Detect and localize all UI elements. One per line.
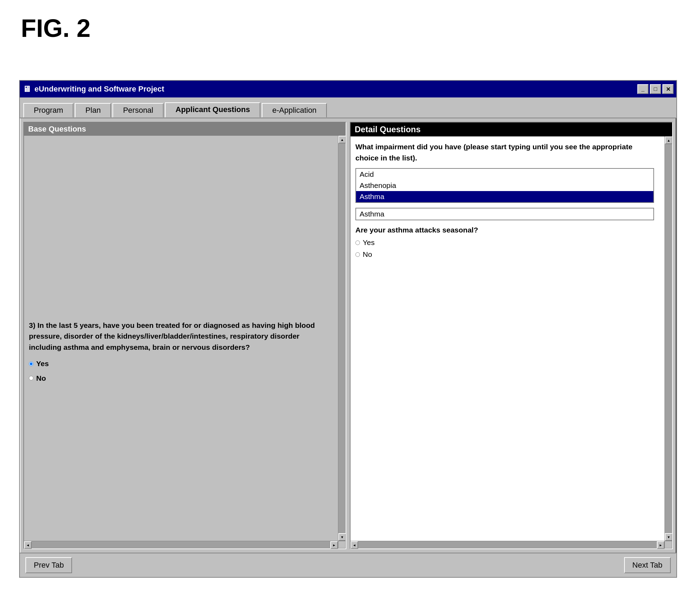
window-controls: _ □ ✕ (637, 84, 674, 94)
question-body: In the last 5 years, have you been treat… (29, 321, 315, 351)
question-text: 3) In the last 5 years, have you been tr… (29, 320, 328, 353)
right-panel-bottom: ◄ ► (351, 541, 672, 548)
followup-radio-no[interactable]: No (355, 250, 654, 259)
followup-no-input[interactable] (355, 252, 360, 257)
tab-eapplication[interactable]: e-Application (262, 103, 327, 118)
tab-plan[interactable]: Plan (75, 103, 111, 118)
right-scroll-track (665, 144, 672, 533)
detail-questions-header: Detail Questions (351, 123, 672, 136)
left-panel-scrollbar-v[interactable]: ▲ ▼ (338, 136, 346, 541)
followup-yes-label: Yes (363, 238, 375, 247)
minimize-button[interactable]: _ (637, 84, 648, 94)
right-corner-box (664, 541, 672, 548)
right-hscroll-track (358, 541, 657, 548)
figure-label: FIG. 2 (21, 14, 91, 42)
dropdown-item-asthenopia[interactable]: Asthenopia (356, 180, 653, 191)
radio-group-yesno: Yes No (29, 358, 328, 384)
right-scroll-right-button[interactable]: ► (657, 541, 664, 549)
tab-program[interactable]: Program (23, 103, 73, 118)
prev-tab-button[interactable]: Prev Tab (25, 557, 72, 573)
close-button[interactable]: ✕ (662, 84, 674, 94)
radio-no[interactable]: No (29, 373, 328, 384)
right-scroll-up-button[interactable]: ▲ (665, 136, 672, 144)
detail-prompt: What impairment did you have (please sta… (355, 141, 654, 163)
left-panel-content: 3) In the last 5 years, have you been tr… (24, 136, 338, 541)
left-panel-scrollbar-h[interactable]: ◄ ► (24, 541, 338, 548)
impairment-dropdown[interactable]: Acid Asthenopia Asthma (355, 168, 654, 203)
title-bar: 🖥 eUnderwriting and Software Project _ □… (20, 81, 676, 97)
maximize-button[interactable]: □ (650, 84, 661, 94)
right-panel-scrollbar-v[interactable]: ▲ ▼ (664, 136, 672, 541)
bottom-bar: Prev Tab Next Tab (20, 553, 676, 577)
left-scroll-down-button[interactable]: ▼ (338, 533, 346, 541)
content-area: Base Questions 3) In the last 5 years, h… (20, 118, 676, 553)
left-panel: Base Questions 3) In the last 5 years, h… (23, 122, 346, 549)
base-questions-header: Base Questions (24, 123, 346, 136)
left-scroll-track (338, 143, 346, 533)
left-hscroll-track (32, 541, 330, 548)
left-panel-bottom: ◄ ► (24, 541, 346, 548)
left-corner-box (338, 541, 346, 548)
detail-questions-title: Detail Questions (355, 125, 420, 134)
radio-no-input[interactable] (29, 376, 33, 380)
tab-personal[interactable]: Personal (112, 103, 164, 118)
tab-bar: Program Plan Personal Applicant Question… (20, 97, 676, 118)
question-number: 3) (29, 321, 36, 329)
question-area: 3) In the last 5 years, have you been tr… (29, 320, 328, 384)
right-panel: Detail Questions What impairment did you… (350, 122, 673, 549)
app-icon: 🖥 (23, 84, 31, 94)
radio-yes-label: Yes (36, 358, 49, 369)
window-title: eUnderwriting and Software Project (34, 85, 164, 94)
right-scroll-down-button[interactable]: ▼ (665, 533, 672, 541)
followup-yes-input[interactable] (355, 240, 360, 245)
radio-no-label: No (36, 373, 46, 384)
selected-impairment-value[interactable]: Asthma (355, 208, 654, 220)
right-scroll-left-button[interactable]: ◄ (351, 541, 358, 549)
main-window: 🖥 eUnderwriting and Software Project _ □… (19, 80, 677, 578)
title-bar-left: 🖥 eUnderwriting and Software Project (23, 84, 164, 94)
followup-radio-yes[interactable]: Yes (355, 238, 654, 247)
right-panel-inner: What impairment did you have (please sta… (351, 136, 672, 541)
base-questions-title: Base Questions (28, 125, 86, 134)
tab-applicant-questions[interactable]: Applicant Questions (165, 102, 260, 118)
left-scroll-left-button[interactable]: ◄ (24, 541, 32, 549)
followup-question: Are your asthma attacks seasonal? (355, 226, 654, 234)
radio-yes[interactable]: Yes (29, 358, 328, 369)
dropdown-item-acid[interactable]: Acid (356, 169, 653, 180)
right-panel-scrollbar-h[interactable]: ◄ ► (351, 541, 664, 548)
left-scroll-right-button[interactable]: ► (330, 541, 338, 549)
radio-yes-input[interactable] (29, 362, 33, 366)
followup-no-label: No (363, 250, 372, 259)
dropdown-item-asthma[interactable]: Asthma (356, 191, 653, 202)
followup-radio-group: Yes No (355, 238, 654, 259)
left-scroll-up-button[interactable]: ▲ (338, 136, 346, 143)
right-panel-content: What impairment did you have (please sta… (351, 136, 664, 541)
left-panel-inner: 3) In the last 5 years, have you been tr… (24, 136, 346, 541)
next-tab-button[interactable]: Next Tab (624, 557, 671, 573)
